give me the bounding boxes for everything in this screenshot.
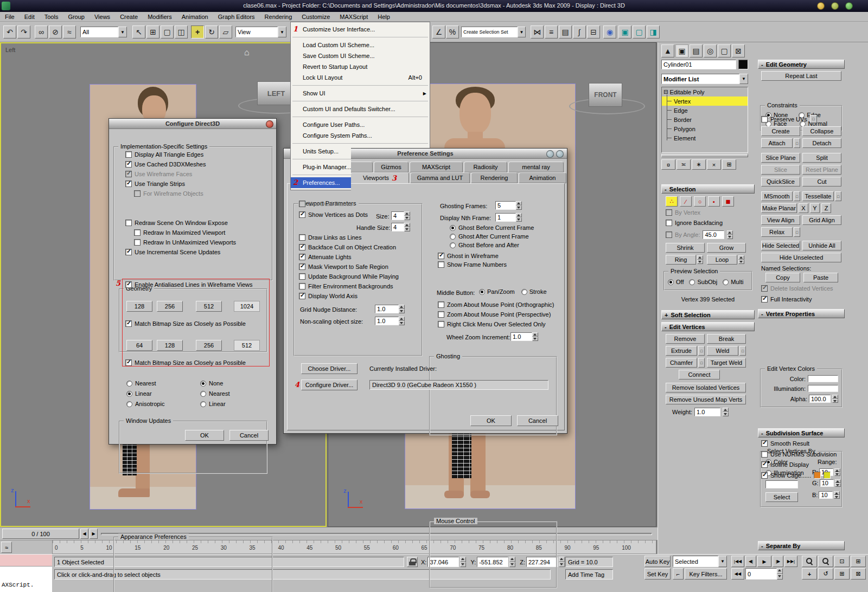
ignore-backfacing-checkbox[interactable]	[666, 220, 672, 226]
configure-modifier-sets-button[interactable]: ⊞	[722, 159, 736, 170]
select-scale-button[interactable]: ▱	[219, 25, 232, 38]
maximize-button[interactable]	[831, 2, 839, 10]
rollout-edit-geometry[interactable]: -Edit Geometry	[758, 60, 845, 69]
unlink-button[interactable]: ⊘	[49, 25, 62, 38]
menu-help[interactable]: Help	[373, 14, 395, 20]
menu-item-system-paths[interactable]: Configure System Paths...	[291, 130, 430, 141]
minimize-icon[interactable]	[546, 150, 554, 158]
quick-render-button[interactable]: ◨	[647, 25, 660, 38]
close-icon[interactable]	[556, 150, 564, 158]
by-angle-checkbox[interactable]	[666, 231, 672, 238]
menu-file[interactable]: File	[0, 14, 20, 20]
rollout-subdivision-surface[interactable]: -Subdivision Surface	[758, 428, 845, 437]
display-world-axis-checkbox[interactable]	[299, 293, 305, 299]
ghost-both-radio[interactable]	[450, 242, 456, 248]
rendered-frame-button[interactable]: ▢	[633, 25, 646, 38]
msmooth-settings-button[interactable]: □	[794, 191, 800, 201]
ghosting-frames-field[interactable]: 5	[495, 201, 516, 210]
tab-radiosity[interactable]: Radiosity	[464, 162, 507, 172]
angle-snap-button[interactable]: ∠	[432, 25, 445, 38]
next-frame-button[interactable]: ▶	[90, 529, 98, 539]
viewcube-left[interactable]: LEFT	[257, 81, 295, 105]
grid-align-button[interactable]: Grid Align	[802, 215, 841, 225]
cage-selected-color-swatch[interactable]	[824, 472, 831, 479]
right-click-menu-checkbox[interactable]	[438, 321, 444, 327]
target-weld-button[interactable]: Target Weld	[707, 358, 746, 368]
close-icon[interactable]	[266, 120, 273, 128]
update-background-checkbox[interactable]	[299, 273, 305, 280]
menu-customize[interactable]: Customize	[297, 14, 335, 20]
rollout-edit-vertices[interactable]: -Edit Vertices	[661, 322, 755, 331]
weld-settings-button[interactable]: □	[739, 346, 746, 356]
menu-modifiers[interactable]: Modifiers	[143, 14, 177, 20]
material-editor-button[interactable]: ◉	[603, 25, 616, 38]
msmooth-button[interactable]: MSmooth	[761, 191, 793, 201]
texel-linear-radio[interactable]	[126, 391, 132, 397]
tessellate-settings-button[interactable]: □	[835, 191, 841, 201]
attach-button[interactable]: Attach	[761, 138, 793, 148]
illumination-swatch[interactable]	[808, 385, 838, 392]
range-g-spinner[interactable]	[835, 479, 841, 487]
pref-cancel-button[interactable]: Cancel	[517, 415, 558, 426]
dl-size-128-button[interactable]: 128	[157, 340, 183, 351]
select-color-swatch[interactable]	[765, 480, 798, 488]
key-mode-toggle[interactable]: ⌐	[673, 568, 684, 580]
selection-filter-arrow[interactable]: ▼	[118, 27, 127, 37]
menu-item-revert-layout[interactable]: Revert to Startup Layout	[291, 61, 430, 72]
reference-coordinate-dropdown[interactable]: View	[235, 27, 278, 37]
pref-ok-button[interactable]: OK	[470, 415, 512, 426]
field-of-view-button[interactable]: ⊞	[851, 556, 866, 567]
modifier-list-arrow[interactable]: ▼	[739, 74, 748, 84]
tab-partial[interactable]	[349, 162, 373, 172]
weight-spinner[interactable]	[723, 408, 729, 416]
use-dual-planes-checkbox[interactable]	[299, 201, 305, 207]
nonscaling-field[interactable]: 1.0	[375, 317, 399, 325]
smooth-result-checkbox[interactable]	[761, 440, 768, 447]
display-triangle-edges-checkbox[interactable]	[125, 151, 132, 158]
attach-settings-button[interactable]: □	[794, 138, 800, 148]
rollout-soft-selection[interactable]: +Soft Selection	[661, 310, 755, 319]
use-nurms-checkbox[interactable]	[761, 451, 768, 458]
preserve-uvs-checkbox[interactable]	[761, 116, 768, 123]
viewport-left-label[interactable]: Left	[5, 47, 15, 53]
dl-size-512-button[interactable]: 512	[234, 340, 260, 351]
pin-stack-button[interactable]: ¤	[661, 159, 675, 170]
remove-unused-map-verts-button[interactable]: Remove Unused Map Verts	[666, 395, 746, 404]
use-wireframe-faces-checkbox[interactable]	[125, 171, 132, 177]
menu-item-customize-ui[interactable]: 1Customize User Interface...	[291, 24, 430, 35]
connect-button[interactable]: Connect	[679, 370, 720, 379]
tab-viewports[interactable]: Viewports3	[350, 172, 409, 183]
frame-spinner[interactable]	[777, 568, 783, 580]
paste-button[interactable]: Paste	[803, 273, 838, 282]
zoom-all-button[interactable]	[818, 556, 833, 567]
nth-frame-field[interactable]: 1	[495, 213, 516, 222]
render-setup-button[interactable]: ▣	[618, 25, 631, 38]
ring-button[interactable]: Ring	[666, 255, 696, 265]
pan-button[interactable]: +	[802, 568, 817, 580]
stack-element[interactable]: Element	[662, 133, 748, 143]
key-filters-button[interactable]: Key Filters...	[685, 568, 727, 580]
subobject-edge-button[interactable]: ∕	[680, 196, 692, 207]
show-end-result-button[interactable]: ≍	[676, 159, 691, 170]
show-cage-checkbox[interactable]	[761, 472, 768, 479]
tessellate-button[interactable]: Tessellate	[802, 191, 834, 201]
handle-size-spinner[interactable]	[404, 223, 410, 231]
vertex-size-field[interactable]: 4	[391, 211, 404, 220]
selection-filter-dropdown[interactable]: All	[80, 27, 118, 37]
align-button[interactable]: ≡	[545, 25, 558, 38]
tab-gizmos[interactable]: Gizmos	[374, 162, 409, 172]
viewport-layout-button[interactable]: ⊠	[851, 568, 866, 580]
alpha-field[interactable]: 100.0	[809, 395, 831, 403]
undo-button[interactable]: ↶	[3, 25, 16, 38]
expand-icon[interactable]: ⊟	[663, 89, 668, 95]
collapse-button[interactable]: Collapse	[802, 126, 841, 136]
menu-graph-editors[interactable]: Graph Editors	[213, 14, 260, 20]
ghost-before-radio[interactable]	[450, 225, 456, 231]
reset-plane-button[interactable]: Reset Plane	[802, 165, 841, 175]
subobject-vertex-button[interactable]: ∴	[666, 196, 678, 207]
nonscaling-spinner[interactable]	[399, 317, 405, 325]
select-button[interactable]: Select	[765, 492, 798, 502]
create-button[interactable]: Create	[761, 126, 800, 136]
tab-motion[interactable]: ◎	[704, 44, 717, 57]
viewcube-front[interactable]: FRONT	[589, 83, 622, 107]
